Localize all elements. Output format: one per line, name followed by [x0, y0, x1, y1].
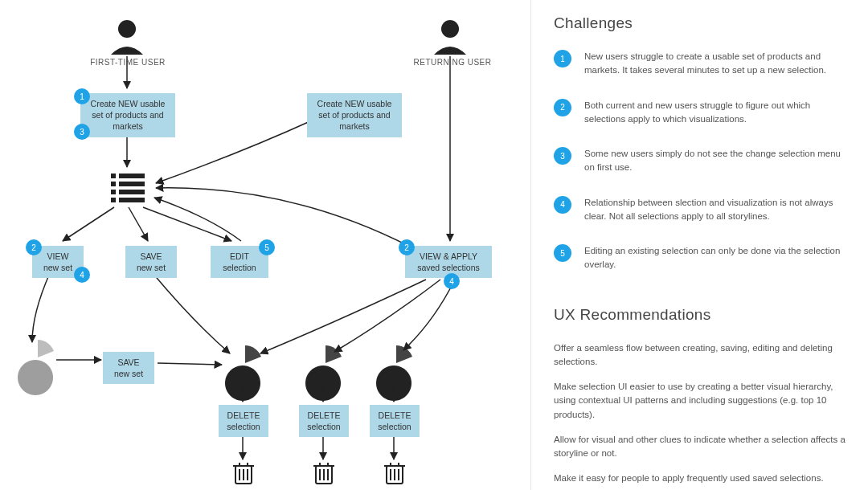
trash-3-icon: [384, 463, 405, 484]
svg-rect-8: [111, 198, 116, 202]
badge-3: 3: [74, 124, 90, 140]
challenge-text: New users struggle to create a usable se…: [584, 50, 850, 78]
returning-user-label: RETURNING USER: [408, 58, 497, 67]
svg-point-0: [118, 20, 136, 38]
sticky-create-returning: Create NEW usable set of products and ma…: [307, 93, 402, 137]
challenge-item: 2 Both current and new users struggle to…: [554, 99, 850, 127]
svg-line-35: [129, 207, 148, 241]
challenges-heading: Challenges: [554, 14, 850, 32]
badge-4b: 4: [444, 273, 460, 289]
recommendation-item: Make it easy for people to apply frequen…: [554, 472, 850, 485]
challenge-badge: 5: [554, 244, 571, 262]
challenge-text: Editing an existing selection can only b…: [584, 244, 850, 272]
badge-2a: 2: [26, 239, 42, 255]
badge-1: 1: [74, 88, 90, 104]
svg-line-38: [158, 363, 222, 365]
trash-2-icon: [313, 463, 334, 484]
list-icon: [111, 174, 145, 202]
svg-rect-4: [111, 182, 116, 186]
challenge-item: 1 New users struggle to create a usable …: [554, 50, 850, 78]
svg-rect-2: [111, 174, 116, 178]
recommendation-item: Make selection UI easier to use by creat…: [554, 380, 850, 422]
badge-4a: 4: [74, 267, 90, 283]
pie-black-2-icon: [305, 345, 342, 401]
svg-rect-3: [119, 174, 145, 178]
recommendation-item: Allow for visual and other clues to indi…: [554, 433, 850, 461]
pie-black-3-icon: [376, 345, 412, 401]
challenge-badge: 3: [554, 147, 571, 165]
challenge-item: 5 Editing an existing selection can only…: [554, 244, 850, 272]
sticky-delete-1: DELETE selection: [219, 405, 268, 437]
svg-line-36: [143, 207, 231, 241]
challenge-text: Some new users simply do not see the cha…: [584, 147, 850, 175]
first-time-user-label: FIRST-TIME USER: [84, 58, 172, 67]
sticky-save-1: SAVE new set: [125, 246, 177, 278]
pie-grey-icon: [18, 340, 54, 395]
recommendations-heading: UX Recommendations: [554, 306, 850, 324]
svg-rect-24: [387, 466, 403, 484]
sticky-save-2: SAVE new set: [103, 352, 154, 384]
svg-line-34: [63, 207, 114, 241]
challenge-text: Both current and new users struggle to f…: [584, 99, 850, 127]
sticky-delete-2: DELETE selection: [299, 405, 349, 437]
challenge-badge: 1: [554, 50, 571, 67]
challenge-badge: 4: [554, 196, 571, 214]
diagram-canvas: FIRST-TIME USER RETURNING USER Create NE…: [0, 0, 514, 490]
pie-black-1-icon: [225, 345, 261, 401]
challenge-text: Relationship between slection and visual…: [584, 196, 850, 224]
svg-rect-7: [119, 190, 145, 194]
svg-rect-9: [119, 198, 145, 202]
trash-1-icon: [233, 463, 254, 484]
badge-2b: 2: [399, 239, 415, 255]
badge-5: 5: [259, 239, 275, 255]
challenge-item: 4 Relationship between slection and visu…: [554, 196, 850, 224]
svg-point-1: [441, 20, 459, 38]
svg-rect-17: [316, 466, 332, 484]
challenge-badge: 2: [554, 99, 571, 116]
side-panel: Challenges 1 New users struggle to creat…: [530, 0, 868, 490]
sticky-delete-3: DELETE selection: [370, 405, 420, 437]
svg-rect-6: [111, 190, 116, 194]
returning-user-icon: [434, 20, 466, 55]
sticky-create-first: Create NEW usable set of products and ma…: [80, 93, 175, 137]
svg-rect-5: [119, 182, 145, 186]
first-time-user-icon: [111, 20, 143, 55]
challenge-item: 3 Some new users simply do not see the c…: [554, 147, 850, 175]
recommendation-item: Offer a seamless flow between creating, …: [554, 341, 850, 370]
svg-rect-10: [235, 466, 252, 484]
